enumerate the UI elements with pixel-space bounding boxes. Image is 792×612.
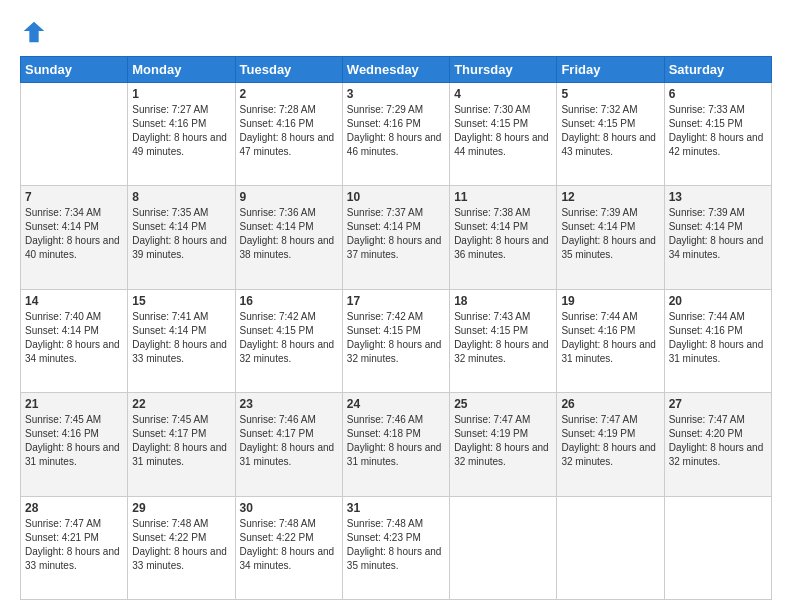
- day-number: 9: [240, 190, 338, 204]
- week-row-0: 1Sunrise: 7:27 AMSunset: 4:16 PMDaylight…: [21, 83, 772, 186]
- day-cell: 5Sunrise: 7:32 AMSunset: 4:15 PMDaylight…: [557, 83, 664, 186]
- day-cell: 27Sunrise: 7:47 AMSunset: 4:20 PMDayligh…: [664, 393, 771, 496]
- day-cell: 15Sunrise: 7:41 AMSunset: 4:14 PMDayligh…: [128, 289, 235, 392]
- weekday-header-thursday: Thursday: [450, 57, 557, 83]
- day-info: Sunrise: 7:42 AMSunset: 4:15 PMDaylight:…: [347, 310, 445, 366]
- day-info: Sunrise: 7:44 AMSunset: 4:16 PMDaylight:…: [669, 310, 767, 366]
- day-info: Sunrise: 7:46 AMSunset: 4:17 PMDaylight:…: [240, 413, 338, 469]
- day-number: 18: [454, 294, 552, 308]
- day-info: Sunrise: 7:44 AMSunset: 4:16 PMDaylight:…: [561, 310, 659, 366]
- day-number: 26: [561, 397, 659, 411]
- calendar-table: SundayMondayTuesdayWednesdayThursdayFrid…: [20, 56, 772, 600]
- day-info: Sunrise: 7:30 AMSunset: 4:15 PMDaylight:…: [454, 103, 552, 159]
- day-cell: 1Sunrise: 7:27 AMSunset: 4:16 PMDaylight…: [128, 83, 235, 186]
- day-cell: 26Sunrise: 7:47 AMSunset: 4:19 PMDayligh…: [557, 393, 664, 496]
- day-cell: 18Sunrise: 7:43 AMSunset: 4:15 PMDayligh…: [450, 289, 557, 392]
- day-info: Sunrise: 7:40 AMSunset: 4:14 PMDaylight:…: [25, 310, 123, 366]
- day-cell: 11Sunrise: 7:38 AMSunset: 4:14 PMDayligh…: [450, 186, 557, 289]
- header: [20, 18, 772, 46]
- day-number: 17: [347, 294, 445, 308]
- day-cell: 20Sunrise: 7:44 AMSunset: 4:16 PMDayligh…: [664, 289, 771, 392]
- day-info: Sunrise: 7:48 AMSunset: 4:22 PMDaylight:…: [132, 517, 230, 573]
- day-number: 13: [669, 190, 767, 204]
- weekday-header-monday: Monday: [128, 57, 235, 83]
- day-info: Sunrise: 7:33 AMSunset: 4:15 PMDaylight:…: [669, 103, 767, 159]
- day-number: 28: [25, 501, 123, 515]
- week-row-3: 21Sunrise: 7:45 AMSunset: 4:16 PMDayligh…: [21, 393, 772, 496]
- day-cell: 6Sunrise: 7:33 AMSunset: 4:15 PMDaylight…: [664, 83, 771, 186]
- day-cell: 29Sunrise: 7:48 AMSunset: 4:22 PMDayligh…: [128, 496, 235, 599]
- day-number: 8: [132, 190, 230, 204]
- day-cell: 22Sunrise: 7:45 AMSunset: 4:17 PMDayligh…: [128, 393, 235, 496]
- day-number: 20: [669, 294, 767, 308]
- day-cell: 25Sunrise: 7:47 AMSunset: 4:19 PMDayligh…: [450, 393, 557, 496]
- day-cell: 19Sunrise: 7:44 AMSunset: 4:16 PMDayligh…: [557, 289, 664, 392]
- day-cell: 17Sunrise: 7:42 AMSunset: 4:15 PMDayligh…: [342, 289, 449, 392]
- weekday-header-wednesday: Wednesday: [342, 57, 449, 83]
- day-number: 29: [132, 501, 230, 515]
- day-cell: [557, 496, 664, 599]
- day-info: Sunrise: 7:45 AMSunset: 4:17 PMDaylight:…: [132, 413, 230, 469]
- day-info: Sunrise: 7:29 AMSunset: 4:16 PMDaylight:…: [347, 103, 445, 159]
- day-cell: [21, 83, 128, 186]
- day-number: 23: [240, 397, 338, 411]
- day-cell: 8Sunrise: 7:35 AMSunset: 4:14 PMDaylight…: [128, 186, 235, 289]
- day-number: 7: [25, 190, 123, 204]
- day-number: 11: [454, 190, 552, 204]
- weekday-header-sunday: Sunday: [21, 57, 128, 83]
- day-cell: [664, 496, 771, 599]
- day-number: 24: [347, 397, 445, 411]
- day-info: Sunrise: 7:41 AMSunset: 4:14 PMDaylight:…: [132, 310, 230, 366]
- day-cell: 7Sunrise: 7:34 AMSunset: 4:14 PMDaylight…: [21, 186, 128, 289]
- day-cell: [450, 496, 557, 599]
- day-cell: 12Sunrise: 7:39 AMSunset: 4:14 PMDayligh…: [557, 186, 664, 289]
- day-cell: 13Sunrise: 7:39 AMSunset: 4:14 PMDayligh…: [664, 186, 771, 289]
- day-number: 15: [132, 294, 230, 308]
- day-info: Sunrise: 7:47 AMSunset: 4:19 PMDaylight:…: [454, 413, 552, 469]
- day-info: Sunrise: 7:42 AMSunset: 4:15 PMDaylight:…: [240, 310, 338, 366]
- day-number: 22: [132, 397, 230, 411]
- day-number: 14: [25, 294, 123, 308]
- day-cell: 2Sunrise: 7:28 AMSunset: 4:16 PMDaylight…: [235, 83, 342, 186]
- day-info: Sunrise: 7:38 AMSunset: 4:14 PMDaylight:…: [454, 206, 552, 262]
- day-number: 1: [132, 87, 230, 101]
- day-number: 10: [347, 190, 445, 204]
- day-info: Sunrise: 7:48 AMSunset: 4:23 PMDaylight:…: [347, 517, 445, 573]
- day-number: 31: [347, 501, 445, 515]
- weekday-header-tuesday: Tuesday: [235, 57, 342, 83]
- day-cell: 9Sunrise: 7:36 AMSunset: 4:14 PMDaylight…: [235, 186, 342, 289]
- week-row-2: 14Sunrise: 7:40 AMSunset: 4:14 PMDayligh…: [21, 289, 772, 392]
- day-info: Sunrise: 7:47 AMSunset: 4:21 PMDaylight:…: [25, 517, 123, 573]
- day-cell: 4Sunrise: 7:30 AMSunset: 4:15 PMDaylight…: [450, 83, 557, 186]
- day-cell: 10Sunrise: 7:37 AMSunset: 4:14 PMDayligh…: [342, 186, 449, 289]
- week-row-4: 28Sunrise: 7:47 AMSunset: 4:21 PMDayligh…: [21, 496, 772, 599]
- day-cell: 14Sunrise: 7:40 AMSunset: 4:14 PMDayligh…: [21, 289, 128, 392]
- weekday-header-saturday: Saturday: [664, 57, 771, 83]
- calendar-page: SundayMondayTuesdayWednesdayThursdayFrid…: [0, 0, 792, 612]
- day-number: 19: [561, 294, 659, 308]
- day-cell: 28Sunrise: 7:47 AMSunset: 4:21 PMDayligh…: [21, 496, 128, 599]
- svg-marker-0: [24, 22, 45, 43]
- day-info: Sunrise: 7:28 AMSunset: 4:16 PMDaylight:…: [240, 103, 338, 159]
- day-info: Sunrise: 7:39 AMSunset: 4:14 PMDaylight:…: [561, 206, 659, 262]
- weekday-header-friday: Friday: [557, 57, 664, 83]
- day-info: Sunrise: 7:36 AMSunset: 4:14 PMDaylight:…: [240, 206, 338, 262]
- day-info: Sunrise: 7:27 AMSunset: 4:16 PMDaylight:…: [132, 103, 230, 159]
- day-number: 3: [347, 87, 445, 101]
- day-cell: 31Sunrise: 7:48 AMSunset: 4:23 PMDayligh…: [342, 496, 449, 599]
- day-info: Sunrise: 7:45 AMSunset: 4:16 PMDaylight:…: [25, 413, 123, 469]
- day-cell: 16Sunrise: 7:42 AMSunset: 4:15 PMDayligh…: [235, 289, 342, 392]
- day-info: Sunrise: 7:48 AMSunset: 4:22 PMDaylight:…: [240, 517, 338, 573]
- day-number: 2: [240, 87, 338, 101]
- day-cell: 24Sunrise: 7:46 AMSunset: 4:18 PMDayligh…: [342, 393, 449, 496]
- day-number: 5: [561, 87, 659, 101]
- day-number: 4: [454, 87, 552, 101]
- day-info: Sunrise: 7:46 AMSunset: 4:18 PMDaylight:…: [347, 413, 445, 469]
- day-info: Sunrise: 7:32 AMSunset: 4:15 PMDaylight:…: [561, 103, 659, 159]
- week-row-1: 7Sunrise: 7:34 AMSunset: 4:14 PMDaylight…: [21, 186, 772, 289]
- day-info: Sunrise: 7:34 AMSunset: 4:14 PMDaylight:…: [25, 206, 123, 262]
- day-info: Sunrise: 7:47 AMSunset: 4:19 PMDaylight:…: [561, 413, 659, 469]
- day-cell: 23Sunrise: 7:46 AMSunset: 4:17 PMDayligh…: [235, 393, 342, 496]
- day-number: 25: [454, 397, 552, 411]
- logo-icon: [20, 18, 48, 46]
